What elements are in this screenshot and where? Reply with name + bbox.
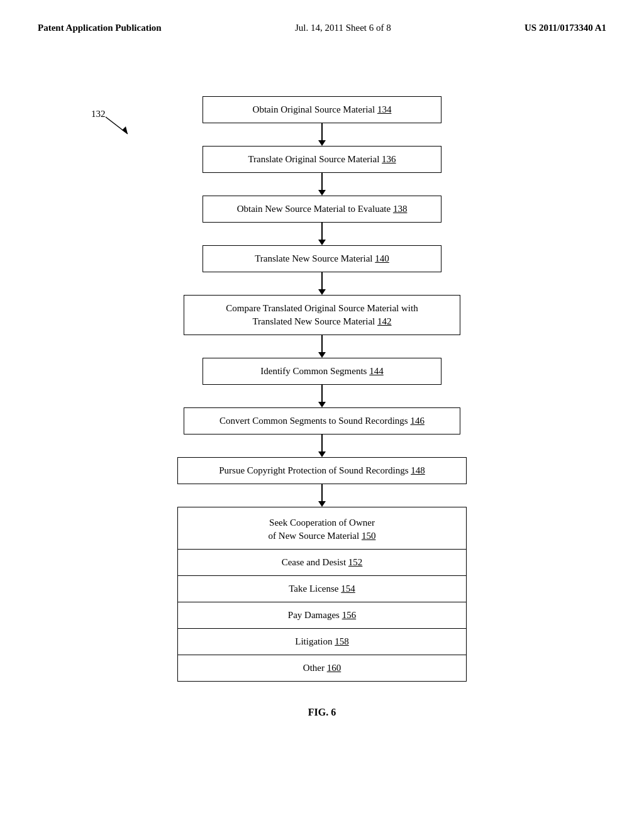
step-144-label: Identify Common Segments 144 — [203, 358, 441, 385]
nested-item-160: Other 160 — [178, 655, 466, 681]
arrow-148-nested — [318, 484, 326, 507]
nested-item-154: Take License 154 — [178, 576, 466, 602]
ref-arrow — [99, 114, 137, 139]
step-134-label: Obtain Original Source Material 134 — [203, 96, 441, 123]
header-center: Jul. 14, 2011 Sheet 6 of 8 — [295, 23, 391, 33]
fig-label: FIG. 6 — [308, 707, 336, 743]
arrow-134-136 — [318, 123, 326, 146]
step-134-box: Obtain Original Source Material 134 — [203, 96, 441, 123]
step-142-box: Compare Translated Original Source Mater… — [184, 295, 460, 335]
arrow-146-148 — [318, 434, 326, 457]
header-right: US 2011/0173340 A1 — [525, 23, 606, 33]
nested-item-158: Litigation 158 — [178, 629, 466, 655]
header-left: Patent Application Publication — [38, 23, 162, 33]
nested-item-156: Pay Damages 156 — [178, 602, 466, 629]
step-138-label: Obtain New Source Material to Evaluate 1… — [203, 196, 441, 223]
step-148-label: Pursue Copyright Protection of Sound Rec… — [177, 457, 467, 484]
arrow-140-142 — [318, 272, 326, 295]
arrow-142-144 — [318, 335, 326, 358]
step-136-label: Translate Original Source Material 136 — [203, 146, 441, 173]
nested-item-152: Cease and Desist 152 — [178, 550, 466, 576]
page-header: Patent Application Publication Jul. 14, … — [0, 0, 644, 33]
nested-container: Seek Cooperation of Ownerof New Source M… — [177, 507, 467, 682]
arrow-144-146 — [318, 385, 326, 407]
step-138-box: Obtain New Source Material to Evaluate 1… — [203, 196, 441, 223]
step-140-box: Translate New Source Material 140 — [203, 245, 441, 272]
step-148-box: Pursue Copyright Protection of Sound Rec… — [177, 457, 467, 484]
diagram-container: 132 Obtain Original Source Material 134 … — [0, 33, 644, 743]
svg-marker-1 — [122, 126, 128, 134]
step-146-box: Convert Common Segments to Sound Recordi… — [184, 407, 460, 434]
step-146-label: Convert Common Segments to Sound Recordi… — [184, 407, 460, 434]
arrow-136-138 — [318, 173, 326, 196]
step-142-label: Compare Translated Original Source Mater… — [184, 295, 460, 335]
step-140-label: Translate New Source Material 140 — [203, 245, 441, 272]
step-144-box: Identify Common Segments 144 — [203, 358, 441, 385]
step-136-box: Translate Original Source Material 136 — [203, 146, 441, 173]
nested-header: Seek Cooperation of Ownerof New Source M… — [178, 507, 466, 550]
arrow-138-140 — [318, 223, 326, 245]
